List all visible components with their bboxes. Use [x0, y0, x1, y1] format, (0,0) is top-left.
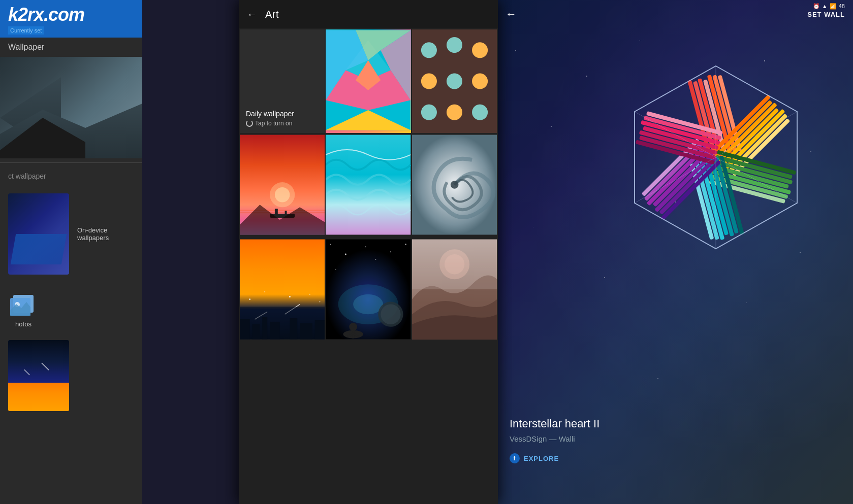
currently-set-badge: Currently set [8, 26, 44, 35]
svg-point-18 [419, 95, 433, 115]
art-grid: Daily wallpaper Tap to turn on [239, 28, 498, 343]
on-device-label: On-device wallpapers [77, 226, 134, 242]
svg-point-22 [452, 40, 457, 45]
photos-label: hotos [15, 320, 31, 328]
svg-point-59 [390, 251, 391, 252]
status-icons: ⏰ ▲ 📶 48 [813, 3, 845, 10]
svg-point-23 [481, 40, 486, 45]
divider [0, 162, 142, 163]
svg-rect-51 [270, 322, 280, 339]
waves-art [326, 134, 410, 236]
svg-point-25 [452, 70, 457, 75]
svg-rect-34 [285, 211, 287, 215]
sunset-wallpaper-cell[interactable] [240, 134, 325, 238]
photos-item[interactable]: hotos [0, 283, 142, 336]
right-panel: ⏰ ▲ 📶 48 ← SET WALL [497, 0, 853, 504]
art-header: ← Art [239, 0, 498, 28]
svg-point-15 [419, 65, 433, 85]
wallpaper-author: VessDSign — Walli [510, 434, 599, 443]
explore-icon: f [510, 453, 520, 463]
back-button[interactable]: ← [247, 9, 257, 20]
site-logo: k2rx.com [8, 4, 134, 25]
svg-point-75 [445, 254, 464, 274]
left-panel-header: k2rx.com Currently set [0, 0, 142, 38]
alarm-icon: ⏰ [813, 3, 820, 10]
svg-point-12 [419, 35, 433, 55]
explore-button[interactable]: f EXPLORE [510, 453, 559, 463]
stars-sunset-art [240, 239, 325, 340]
svg-point-29 [275, 187, 290, 203]
waves-wallpaper-cell[interactable] [326, 134, 410, 238]
wallpaper-info: Interstellar heart II VessDSign — Walli … [510, 417, 599, 463]
refresh-icon [246, 120, 253, 127]
battery-time: 48 [839, 3, 845, 9]
space-cell[interactable] [326, 239, 410, 342]
svg-point-57 [345, 254, 346, 255]
current-wallpaper-thumbnail [0, 57, 142, 158]
wifi-icon: ▲ [822, 3, 828, 9]
geometric-wallpaper-cell[interactable] [326, 29, 410, 133]
bottom-item[interactable] [0, 336, 142, 415]
svg-point-42 [289, 296, 291, 297]
svg-point-24 [423, 70, 428, 75]
svg-point-13 [448, 35, 462, 55]
svg-point-16 [448, 65, 462, 85]
svg-point-19 [448, 95, 462, 115]
svg-rect-30 [240, 210, 325, 211]
explore-label: EXPLORE [524, 455, 559, 462]
svg-rect-53 [300, 323, 312, 339]
left-panel: k2rx.com Currently set Wallpaper ct wall… [0, 0, 142, 504]
svg-rect-52 [290, 318, 297, 339]
svg-rect-49 [252, 324, 260, 340]
signal-icon: 📶 [830, 3, 837, 10]
svg-point-58 [365, 246, 366, 247]
daily-wallpaper-cell[interactable]: Daily wallpaper Tap to turn on [240, 29, 325, 133]
svg-point-56 [330, 244, 331, 245]
svg-point-14 [476, 35, 490, 55]
svg-point-17 [476, 65, 490, 85]
tap-to-turn-on: Tap to turn on [246, 120, 319, 127]
art-title: Art [265, 9, 279, 20]
svg-point-44 [320, 301, 321, 303]
stars-sunset-cell[interactable] [240, 239, 325, 342]
space-art [326, 239, 410, 340]
blue-wallpaper-thumbnail [8, 193, 69, 275]
svg-rect-48 [240, 319, 250, 339]
floral-wallpaper-cell[interactable] [412, 29, 497, 133]
gemstone-art [609, 51, 823, 264]
svg-point-41 [264, 291, 265, 292]
svg-rect-50 [262, 317, 267, 339]
wallpaper-name: Interstellar heart II [510, 417, 599, 430]
bottom-wallpaper-thumbnail [8, 340, 69, 411]
svg-point-62 [375, 259, 376, 260]
right-back-button[interactable]: ← [506, 8, 517, 21]
photos-icon-wrapper: hotos [8, 291, 39, 328]
wallpaper-label: Wallpaper [0, 38, 142, 57]
sunset-art [240, 134, 325, 236]
swirl-art [412, 134, 497, 236]
svg-point-40 [249, 298, 250, 300]
select-wallpaper-label: ct wallpaper [0, 167, 142, 185]
right-panel-header: ← SET WALL [497, 0, 853, 28]
svg-point-43 [309, 294, 310, 295]
gemstone-svg [609, 51, 823, 264]
swirl-wallpaper-cell[interactable] [412, 134, 497, 238]
floral-art [412, 29, 497, 131]
desert-cell[interactable] [412, 239, 497, 342]
svg-point-21 [423, 40, 428, 45]
svg-rect-11 [412, 30, 497, 130]
on-device-wallpapers-item[interactable]: On-device wallpapers [0, 185, 142, 283]
svg-point-38 [450, 181, 458, 189]
middle-panel: ← Art Daily wallpaper Tap to turn on [239, 0, 498, 504]
status-bar: ⏰ ▲ 📶 48 [813, 0, 845, 12]
svg-point-66 [350, 323, 358, 331]
svg-point-61 [335, 269, 336, 270]
gallery-icon [8, 291, 39, 316]
svg-point-20 [476, 95, 490, 115]
svg-rect-33 [275, 209, 278, 215]
geometric-art [326, 29, 410, 131]
svg-point-71 [381, 305, 401, 324]
daily-wallpaper-label: Daily wallpaper [246, 110, 319, 118]
desert-art [412, 239, 497, 340]
svg-point-60 [405, 244, 406, 245]
